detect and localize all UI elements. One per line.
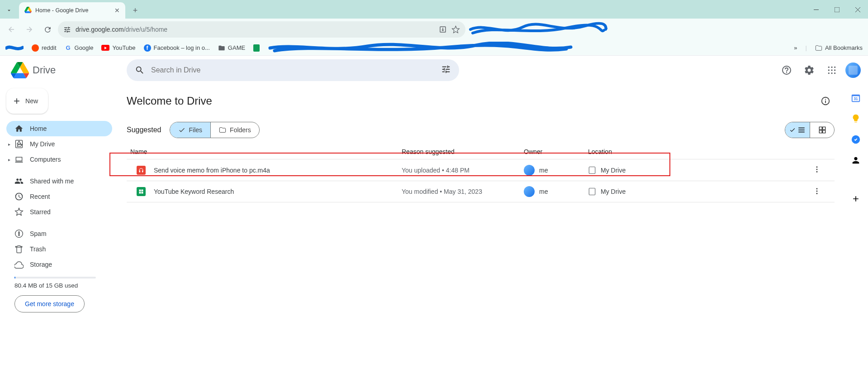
sidebar-item-home[interactable]: Home [6,121,112,136]
tune-icon [441,64,451,74]
bookmark-facebook[interactable]: fFacebook – log in o... [144,44,210,52]
contacts-addon[interactable] [851,155,861,165]
spam-icon [14,229,24,238]
site-settings-icon[interactable] [63,26,71,34]
file-name: YouTube Keyword Research [154,188,234,195]
list-view-button[interactable] [785,122,810,138]
bookmark-overflow-icon[interactable]: » [794,44,797,51]
browser-tab-strip: Home - Google Drive ✕ + [0,0,868,19]
storage-bar [14,277,96,279]
svg-point-3 [831,67,832,68]
svg-point-8 [828,72,830,74]
list-icon [797,126,806,134]
forward-button[interactable] [22,22,37,37]
plus-icon: + [14,95,20,107]
view-toggle [785,122,835,138]
all-bookmarks-button[interactable]: All Bookmarks [815,44,863,52]
side-panel: 31 [844,85,868,312]
sidebar-item-shared[interactable]: Shared with me [6,173,112,189]
folder-icon [218,44,225,52]
svg-point-7 [834,69,835,71]
maximize-button[interactable] [826,0,847,19]
minimize-button[interactable] [806,0,826,19]
expand-arrow-icon[interactable]: ▸ [8,142,10,147]
row-menu-button[interactable] [813,165,831,175]
chip-files[interactable]: Files [170,122,211,138]
bookmark-game[interactable]: GAME [218,44,245,52]
search-options-button[interactable] [436,60,455,81]
bookmark-youtube[interactable]: YouTube [101,44,135,51]
check-icon [178,126,185,134]
settings-button[interactable] [800,61,818,79]
sidebar-item-mydrive[interactable]: ▸My Drive [6,136,112,152]
help-icon [781,65,792,76]
bookmark-star-icon[interactable] [451,25,460,34]
search-input[interactable] [151,66,430,74]
storage-text: 80.4 MB of 15 GB used [6,282,112,289]
apps-grid-icon [827,66,836,75]
svg-point-2 [828,67,830,68]
sidebar-item-storage[interactable]: Storage [6,257,112,272]
svg-point-16 [816,190,818,192]
close-window-button[interactable] [847,0,868,19]
keep-addon[interactable] [851,114,861,124]
new-button[interactable]: +New [6,88,48,114]
home-icon [14,124,24,133]
new-tab-button[interactable]: + [129,4,142,17]
browser-toolbar: drive.google.com/drive/u/5/home [0,19,868,40]
column-reason[interactable]: Reason suggested [402,148,524,155]
sidebar-item-recent[interactable]: Recent [6,189,112,204]
calendar-addon[interactable]: 31 [851,93,861,103]
drive-logo[interactable]: Drive [5,61,123,79]
support-button[interactable] [778,61,796,79]
svg-text:31: 31 [854,97,858,101]
table-row[interactable]: YouTube Keyword Research You modified • … [127,181,835,202]
details-button[interactable] [816,92,835,110]
apps-button[interactable] [823,61,841,79]
back-button[interactable] [4,22,19,37]
youtube-icon [101,45,109,51]
search-bar[interactable] [127,59,459,81]
sheets-file-icon [137,187,146,196]
column-name[interactable]: Name [130,148,402,155]
get-storage-button[interactable]: Get more storage [14,295,85,312]
browser-tab[interactable]: Home - Google Drive ✕ [19,2,125,19]
table-row[interactable]: Send voice memo from iPhone to pc.m4a Yo… [127,159,835,181]
row-menu-button[interactable] [813,187,831,197]
sidebar-item-trash[interactable]: Trash [6,241,112,257]
info-icon [821,96,830,106]
folder-outline-icon [219,126,226,134]
tasks-addon[interactable] [851,134,861,144]
grid-view-button[interactable] [810,122,834,138]
sidebar-item-spam[interactable]: Spam [6,226,112,241]
app-name: Drive [33,64,56,76]
column-location[interactable]: Location [588,148,813,155]
trash-icon [14,245,24,254]
get-addons-button[interactable] [851,194,861,204]
redacted-bookmark [5,44,24,52]
owner-avatar-icon [524,165,535,176]
chip-folders[interactable]: Folders [210,122,259,138]
column-owner[interactable]: Owner [524,148,588,155]
svg-point-15 [816,188,818,189]
search-icon [135,65,145,75]
account-avatar[interactable] [845,62,861,78]
more-vert-icon [813,165,821,173]
bookmark-google[interactable]: GGoogle [65,44,94,52]
svg-rect-11 [849,66,858,75]
install-app-icon[interactable] [439,25,447,34]
bookmark-sheets-redacted[interactable] [253,44,260,52]
reddit-icon [32,44,39,52]
tab-search-dropdown[interactable] [1,2,17,19]
address-bar[interactable]: drive.google.com/drive/u/5/home [58,21,465,38]
svg-point-12 [816,166,818,168]
bookmark-reddit[interactable]: reddit [32,44,57,52]
redacted-bookmarks [268,42,786,54]
close-tab-icon[interactable]: ✕ [114,7,120,14]
grid-icon [818,126,826,134]
expand-arrow-icon[interactable]: ▸ [8,157,10,162]
sidebar-item-computers[interactable]: ▸Computers [6,152,112,167]
page-title: Welcome to Drive [127,95,212,107]
reload-button[interactable] [40,22,55,37]
sidebar-item-starred[interactable]: Starred [6,204,112,220]
